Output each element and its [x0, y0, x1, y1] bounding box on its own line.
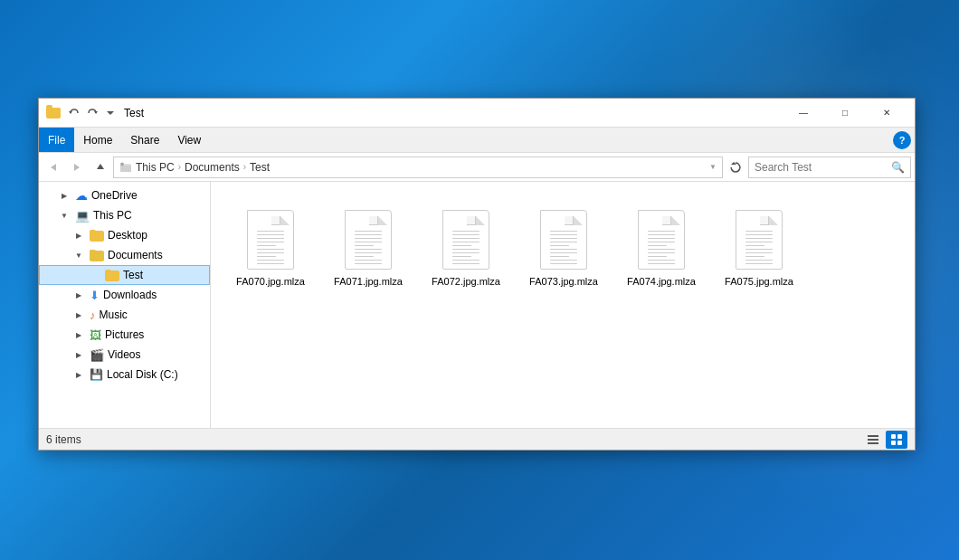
- svg-marker-4: [74, 164, 80, 171]
- sidebar-item-test[interactable]: ▶ Test: [39, 265, 210, 285]
- menu-share[interactable]: Share: [121, 128, 168, 152]
- search-box[interactable]: 🔍: [748, 157, 911, 178]
- path-test: Test: [250, 161, 270, 174]
- menu-home[interactable]: Home: [74, 128, 121, 152]
- menu-bar: File Home Share View ?: [39, 128, 915, 153]
- pictures-icon: 🖼: [90, 328, 101, 342]
- status-bar: 6 items: [39, 428, 915, 450]
- sidebar-label-music: Music: [100, 308, 128, 321]
- documents-folder-icon: [90, 250, 104, 261]
- svg-rect-11: [868, 439, 878, 441]
- main-area: ▶ ☁ OneDrive ▼ 💻 This PC ▶ Desktop: [39, 182, 915, 428]
- svg-marker-3: [51, 164, 56, 171]
- refresh-button[interactable]: [725, 157, 746, 178]
- svg-point-8: [120, 162, 124, 166]
- file-item[interactable]: FA073.jpg.mlza: [518, 196, 609, 296]
- file-icon: [439, 204, 493, 270]
- window-controls: — □ ✕: [783, 99, 907, 128]
- svg-rect-7: [120, 166, 131, 172]
- file-name: FA074.jpg.mlza: [627, 275, 696, 288]
- file-icon: [243, 204, 298, 270]
- expand-icon-onedrive[interactable]: ▶: [57, 188, 71, 203]
- explorer-window: Test — □ ✕ File Home Share View ? This P…: [38, 98, 916, 451]
- sidebar-item-desktop[interactable]: ▶ Desktop: [39, 225, 210, 245]
- file-item[interactable]: FA071.jpg.mlza: [323, 196, 413, 296]
- onedrive-icon: ☁: [75, 188, 88, 203]
- address-path[interactable]: This PC › Documents › Test ▼: [113, 157, 723, 178]
- view-details-button[interactable]: [862, 431, 884, 449]
- expand-icon-music[interactable]: ▶: [71, 308, 86, 322]
- sidebar-item-downloads[interactable]: ▶ ⬇ Downloads: [39, 285, 210, 305]
- file-icon: [536, 204, 591, 270]
- expand-icon-localdisk[interactable]: ▶: [71, 367, 86, 382]
- address-bar: This PC › Documents › Test ▼ 🔍: [39, 153, 915, 182]
- maximize-button[interactable]: □: [824, 99, 866, 128]
- thispc-icon: 💻: [75, 209, 90, 223]
- sidebar-item-thispc[interactable]: ▼ 💻 This PC: [39, 205, 210, 225]
- file-area: FA070.jpg.mlza: [211, 182, 915, 428]
- search-icon[interactable]: 🔍: [891, 161, 905, 174]
- svg-marker-1: [94, 111, 98, 114]
- menu-view[interactable]: View: [168, 128, 210, 152]
- file-item[interactable]: FA070.jpg.mlza: [225, 196, 316, 296]
- menu-file[interactable]: File: [39, 128, 74, 152]
- sidebar-item-localdisk[interactable]: ▶ 💾 Local Disk (C:): [39, 365, 210, 384]
- svg-rect-10: [868, 435, 878, 437]
- sidebar-item-documents[interactable]: ▼ Documents: [39, 245, 210, 265]
- expand-icon-pictures[interactable]: ▶: [71, 327, 86, 342]
- close-button[interactable]: ✕: [866, 99, 907, 128]
- sidebar-label-thispc: This PC: [93, 209, 132, 222]
- sidebar-label-test: Test: [123, 269, 143, 281]
- file-item[interactable]: FA072.jpg.mlza: [421, 196, 511, 296]
- up-button[interactable]: [90, 157, 111, 178]
- file-icon: [341, 204, 395, 270]
- file-name: FA072.jpg.mlza: [432, 275, 500, 288]
- view-tiles-button[interactable]: [886, 431, 907, 449]
- sidebar-label-pictures: Pictures: [105, 328, 144, 341]
- sidebar: ▶ ☁ OneDrive ▼ 💻 This PC ▶ Desktop: [39, 182, 211, 428]
- sidebar-item-onedrive[interactable]: ▶ ☁ OneDrive: [39, 185, 210, 205]
- expand-icon-videos[interactable]: ▶: [71, 347, 86, 362]
- search-input[interactable]: [755, 161, 891, 174]
- file-name: FA073.jpg.mlza: [529, 275, 598, 288]
- sidebar-label-onedrive: OneDrive: [91, 189, 138, 202]
- window-title: Test: [124, 107, 783, 119]
- minimize-button[interactable]: —: [783, 99, 824, 128]
- expand-icon-downloads[interactable]: ▶: [71, 288, 86, 302]
- qat-dropdown[interactable]: [102, 105, 119, 121]
- test-folder-icon: [105, 270, 119, 281]
- path-dropdown-icon[interactable]: ▼: [709, 163, 717, 171]
- path-thispc: This PC: [136, 161, 175, 174]
- forward-button[interactable]: [66, 157, 88, 178]
- expand-icon-desktop[interactable]: ▶: [71, 228, 86, 242]
- back-button[interactable]: [43, 157, 64, 178]
- sidebar-item-videos[interactable]: ▶ 🎬 Videos: [39, 345, 210, 365]
- sidebar-item-music[interactable]: ▶ ♪ Music: [39, 305, 210, 325]
- sidebar-label-videos: Videos: [108, 348, 140, 361]
- downloads-icon: ⬇: [90, 289, 100, 302]
- svg-marker-0: [69, 111, 72, 114]
- svg-marker-2: [107, 111, 114, 115]
- qat-undo[interactable]: [66, 105, 82, 121]
- file-icon: [732, 204, 786, 270]
- videos-icon: 🎬: [90, 348, 104, 362]
- sidebar-item-pictures[interactable]: ▶ 🖼 Pictures: [39, 325, 210, 345]
- sidebar-label-downloads: Downloads: [103, 289, 157, 301]
- expand-icon-thispc[interactable]: ▼: [57, 208, 71, 223]
- sidebar-label-documents: Documents: [108, 249, 163, 261]
- sidebar-label-localdisk: Local Disk (C:): [107, 368, 178, 381]
- file-item[interactable]: FA075.jpg.mlza: [714, 196, 804, 296]
- path-documents: Documents: [185, 161, 240, 174]
- file-icon: [634, 204, 688, 270]
- desktop-folder-icon: [90, 230, 104, 242]
- view-buttons: [862, 431, 907, 449]
- svg-rect-16: [897, 441, 902, 445]
- window-icon: [46, 106, 61, 120]
- svg-rect-13: [891, 434, 896, 439]
- help-button[interactable]: ?: [893, 131, 911, 149]
- file-name: FA070.jpg.mlza: [236, 275, 305, 288]
- expand-icon-documents[interactable]: ▼: [71, 248, 86, 262]
- svg-marker-5: [97, 164, 104, 169]
- qat-redo[interactable]: [84, 105, 100, 121]
- file-item[interactable]: FA074.jpg.mlza: [616, 196, 707, 296]
